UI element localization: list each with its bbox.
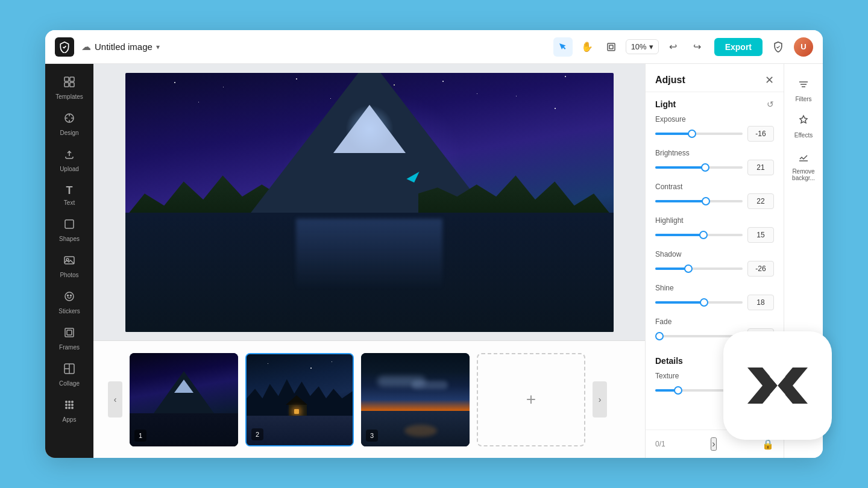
sidebar-item-collage[interactable]: Collage [49, 358, 90, 392]
sidebar-item-text[interactable]: T Text [49, 180, 90, 211]
fade-thumb[interactable] [655, 332, 664, 340]
contrast-label: Contrast [655, 183, 774, 191]
canvas-image[interactable] [125, 73, 614, 332]
zoom-control[interactable]: 10% ▾ [626, 39, 659, 54]
contrast-value[interactable]: 22 [747, 193, 774, 209]
shadow-fill [655, 267, 688, 270]
collage-label: Collage [59, 380, 80, 387]
shadow-label: Shadow [655, 250, 774, 258]
contrast-control: 22 [655, 193, 774, 209]
fade-label: Fade [655, 318, 774, 326]
add-icon: + [526, 390, 536, 409]
sidebar-item-shapes[interactable]: Shapes [49, 213, 90, 247]
templates-icon [63, 76, 75, 91]
contrast-track[interactable] [655, 200, 743, 202]
stickers-label: Stickers [58, 308, 80, 314]
remove-bg-button[interactable]: Remove backgr... [787, 146, 820, 186]
sidebar-item-photos[interactable]: Photos [49, 249, 90, 283]
header-right: Export U [714, 37, 813, 57]
svg-point-18 [65, 401, 68, 403]
undo-button[interactable]: ↩ [664, 37, 683, 57]
select-tool-button[interactable] [553, 37, 573, 57]
svg-rect-13 [65, 328, 74, 337]
zoom-value: 10% [631, 42, 647, 51]
sidebar-item-stickers[interactable]: Stickers [49, 286, 90, 319]
shadow-control: -26 [655, 261, 774, 277]
filters-label: Filters [795, 96, 811, 102]
lake-reflection [296, 219, 442, 290]
exposure-thumb[interactable] [688, 130, 696, 138]
svg-rect-0 [608, 43, 615, 51]
shadow-track[interactable] [655, 267, 743, 270]
highlight-value[interactable]: 15 [747, 227, 774, 243]
svg-point-21 [65, 404, 68, 406]
frames-label: Frames [59, 344, 80, 351]
thumbnail-2[interactable]: 2 [245, 353, 354, 446]
strip-nav-right[interactable]: › [593, 381, 607, 418]
shadow-thumb[interactable] [684, 264, 693, 273]
shadow-slider-row: Shadow -26 [646, 248, 784, 281]
shine-track[interactable] [655, 301, 743, 304]
brightness-slider-row: Brightness 21 [646, 146, 784, 180]
add-thumbnail-button[interactable]: + [477, 353, 585, 446]
light-reset-button[interactable]: ↺ [767, 99, 774, 109]
exposure-track[interactable] [655, 133, 743, 135]
shine-thumb[interactable] [700, 298, 708, 307]
shine-label: Shine [655, 284, 774, 292]
lock-icon[interactable]: 🔒 [762, 439, 774, 450]
svg-rect-2 [64, 77, 69, 81]
texture-thumb[interactable] [674, 386, 682, 395]
next-page-button[interactable]: › [711, 437, 716, 451]
user-avatar[interactable]: U [794, 37, 813, 57]
thumbnail-1[interactable]: 1 [130, 353, 238, 446]
star [198, 102, 199, 102]
shield-button[interactable] [769, 37, 788, 57]
title-chevron-icon[interactable]: ▾ [156, 43, 160, 51]
thumbnail-3-number: 3 [366, 430, 378, 442]
brightness-value[interactable]: 21 [747, 160, 774, 175]
sidebar-item-apps[interactable]: Apps [49, 394, 90, 428]
design-label: Design [60, 130, 78, 136]
app-logo [55, 37, 74, 57]
canvas-size-button[interactable] [602, 37, 621, 57]
brightness-thumb[interactable] [701, 163, 709, 172]
hand-tool-button[interactable]: ✋ [577, 37, 597, 57]
details-section-title: Details [655, 356, 683, 366]
highlight-thumb[interactable] [699, 231, 708, 239]
brightness-label: Brightness [655, 149, 774, 157]
strip-nav-left[interactable]: ‹ [108, 381, 122, 418]
effects-button[interactable]: Effects [787, 110, 820, 143]
adjust-panel-close-button[interactable]: ✕ [765, 74, 774, 87]
redo-button[interactable]: ↪ [688, 37, 707, 57]
thumbnail-3[interactable]: 3 [361, 353, 470, 446]
brightness-track[interactable] [655, 166, 743, 169]
sidebar-item-templates[interactable]: Templates [49, 71, 90, 105]
filters-icon [797, 78, 810, 93]
sidebar-item-frames[interactable]: Frames [49, 322, 90, 355]
star [223, 87, 224, 87]
templates-label: Templates [55, 93, 83, 100]
exposure-value[interactable]: -16 [747, 126, 774, 142]
brightness-fill [655, 166, 705, 169]
design-icon [63, 112, 75, 127]
star [516, 96, 517, 96]
canvas-main[interactable] [93, 64, 645, 340]
header-tools: ✋ 10% ▾ ↩ ↪ [553, 37, 707, 57]
svg-point-23 [71, 404, 74, 406]
shadow-value[interactable]: -26 [747, 261, 774, 277]
sidebar-item-design[interactable]: Design [49, 107, 90, 141]
upload-icon [63, 148, 75, 163]
svg-point-24 [65, 407, 68, 409]
contrast-thumb[interactable] [702, 197, 710, 205]
filters-button[interactable]: Filters [787, 74, 820, 107]
document-title[interactable]: Untitled image [95, 42, 153, 52]
exposure-control: -16 [655, 126, 774, 142]
shine-value[interactable]: 18 [747, 295, 774, 310]
sidebar-item-upload[interactable]: Upload [49, 143, 90, 177]
highlight-track[interactable] [655, 234, 743, 236]
adjust-panel-title: Adjust [655, 75, 685, 86]
export-button[interactable]: Export [714, 38, 763, 56]
svg-rect-3 [70, 77, 74, 81]
effects-icon [797, 114, 810, 130]
svg-point-19 [68, 401, 71, 403]
